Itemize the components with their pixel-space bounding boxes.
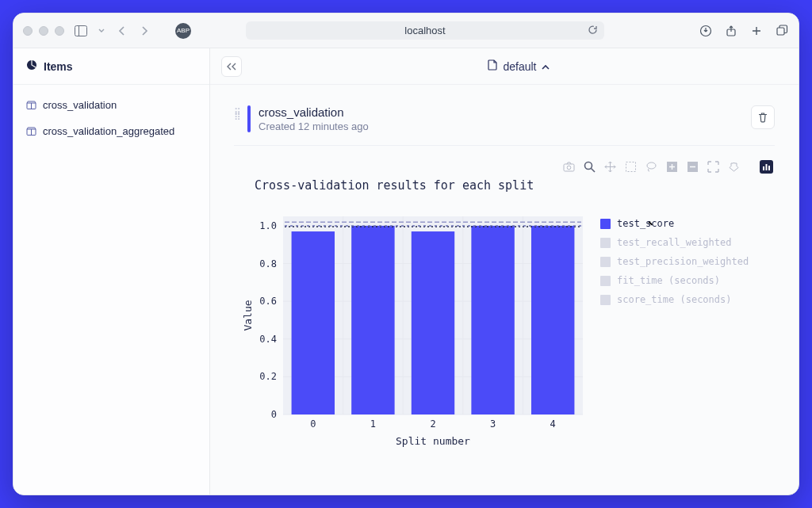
browser-window: ABP localhost Items xyxy=(13,13,799,495)
svg-text:3: 3 xyxy=(490,418,496,430)
box-select-icon[interactable] xyxy=(624,160,638,174)
app-root: Items cross_validation cross_validation_… xyxy=(13,48,799,495)
svg-rect-8 xyxy=(626,162,636,172)
back-icon[interactable] xyxy=(115,24,129,38)
legend-label: score_time (seconds) xyxy=(617,294,732,305)
sidebar-title: Items xyxy=(44,60,73,73)
zoom-icon[interactable] xyxy=(583,160,596,174)
window-controls xyxy=(23,26,64,36)
legend-swatch xyxy=(600,219,611,229)
legend-item-test_score[interactable]: test_score⬉ xyxy=(600,218,749,229)
sidebar: Items cross_validation cross_validation_… xyxy=(13,48,210,495)
legend-item-score_time[interactable]: score_time (seconds) xyxy=(600,294,749,305)
delete-button[interactable] xyxy=(751,105,775,129)
legend-swatch xyxy=(600,295,611,305)
tabs-icon[interactable] xyxy=(775,24,789,38)
browser-chrome: ABP localhost xyxy=(13,13,799,48)
sidebar-item-cross-validation[interactable]: cross_validation xyxy=(21,96,201,114)
plotly-logo-icon[interactable] xyxy=(760,160,773,174)
svg-text:4: 4 xyxy=(550,418,556,430)
svg-rect-37 xyxy=(471,226,514,414)
svg-rect-0 xyxy=(75,25,87,36)
pan-icon[interactable] xyxy=(603,160,617,174)
autoscale-icon[interactable] xyxy=(707,160,720,174)
svg-rect-29 xyxy=(292,231,335,414)
sidebar-item-label: cross_validation_aggregated xyxy=(43,125,174,137)
svg-rect-40 xyxy=(531,226,574,414)
chart-title: Cross-validation results for each split xyxy=(255,178,775,193)
address-bar[interactable]: ABP localhost xyxy=(161,21,689,40)
svg-text:2: 2 xyxy=(430,418,435,430)
reset-axes-icon[interactable] xyxy=(727,160,741,174)
legend-item-test_recall_weighted[interactable]: test_recall_weighted xyxy=(600,237,749,248)
legend-label: test_recall_weighted xyxy=(617,237,732,248)
svg-rect-31 xyxy=(351,226,394,414)
legend-label: test_score xyxy=(617,218,674,229)
extension-badge-icon[interactable]: ABP xyxy=(175,23,191,39)
package-icon xyxy=(26,127,36,136)
plot-toolbar xyxy=(234,146,775,177)
svg-text:0: 0 xyxy=(271,409,277,420)
new-tab-icon[interactable] xyxy=(749,24,764,38)
svg-text:0.8: 0.8 xyxy=(259,258,277,269)
minimize-window-dot[interactable] xyxy=(39,26,48,36)
maximize-window-dot[interactable] xyxy=(55,26,64,36)
svg-text:0.6: 0.6 xyxy=(259,296,277,307)
breadcrumb[interactable]: default xyxy=(250,59,787,73)
legend-item-fit_time[interactable]: fit_time (seconds) xyxy=(600,275,749,286)
legend-swatch xyxy=(600,276,611,286)
accent-bar xyxy=(247,105,251,132)
top-bar: default xyxy=(210,48,799,85)
svg-rect-14 xyxy=(766,164,768,170)
chart-area: 00.20.40.60.81.001234Split numberValue t… xyxy=(234,208,775,451)
content-area: ⠿⠿ cross_validation Created 12 minutes a… xyxy=(210,85,799,495)
svg-point-6 xyxy=(567,166,571,170)
svg-rect-4 xyxy=(777,28,784,35)
breadcrumb-label: default xyxy=(503,60,536,73)
main-panel: default ⠿⠿ cross_validation Created 12 m… xyxy=(210,48,799,495)
svg-text:Value: Value xyxy=(242,300,254,330)
svg-rect-5 xyxy=(564,164,574,171)
card-title: cross_validation xyxy=(259,105,369,119)
camera-icon[interactable] xyxy=(562,160,576,174)
zoom-in-icon[interactable] xyxy=(665,160,679,174)
address-text: localhost xyxy=(404,25,445,36)
svg-rect-34 xyxy=(412,231,454,414)
chevron-down-icon[interactable] xyxy=(98,24,105,38)
file-icon xyxy=(488,59,498,73)
share-icon[interactable] xyxy=(724,24,738,38)
sidebar-toggle-icon[interactable] xyxy=(74,24,88,38)
refresh-icon[interactable] xyxy=(588,25,598,37)
svg-rect-13 xyxy=(763,166,764,170)
chart-legend: test_score⬉test_recall_weightedtest_prec… xyxy=(600,213,749,313)
card-header: ⠿⠿ cross_validation Created 12 minutes a… xyxy=(234,105,775,146)
sidebar-item-cross-validation-aggregated[interactable]: cross_validation_aggregated xyxy=(21,122,201,140)
forward-icon[interactable] xyxy=(137,24,151,38)
legend-swatch xyxy=(600,238,611,248)
svg-rect-15 xyxy=(768,166,770,170)
items-icon xyxy=(26,59,37,73)
svg-text:Split number: Split number xyxy=(396,435,470,447)
card-subtitle: Created 12 minutes ago xyxy=(259,120,369,132)
legend-swatch xyxy=(600,257,611,267)
svg-text:1.0: 1.0 xyxy=(259,220,277,231)
svg-text:0: 0 xyxy=(310,418,316,430)
svg-text:0.4: 0.4 xyxy=(259,334,277,345)
svg-point-7 xyxy=(585,162,592,170)
drag-handle-icon[interactable]: ⠿⠿ xyxy=(234,105,239,120)
sidebar-item-label: cross_validation xyxy=(43,99,117,111)
package-icon xyxy=(26,101,36,109)
lasso-select-icon[interactable] xyxy=(645,160,658,174)
download-icon[interactable] xyxy=(699,24,713,38)
close-window-dot[interactable] xyxy=(23,26,33,36)
legend-label: test_precision_weighted xyxy=(617,256,749,267)
chevron-up-icon xyxy=(542,60,550,73)
svg-point-9 xyxy=(647,162,656,169)
chart-canvas[interactable]: 00.20.40.60.81.001234Split numberValue xyxy=(239,213,588,451)
legend-item-test_precision_weighted[interactable]: test_precision_weighted xyxy=(600,256,749,267)
sidebar-header: Items xyxy=(13,48,209,85)
collapse-sidebar-button[interactable] xyxy=(221,56,242,77)
legend-label: fit_time (seconds) xyxy=(617,275,720,286)
svg-text:1: 1 xyxy=(370,418,376,430)
zoom-out-icon[interactable] xyxy=(686,160,699,174)
